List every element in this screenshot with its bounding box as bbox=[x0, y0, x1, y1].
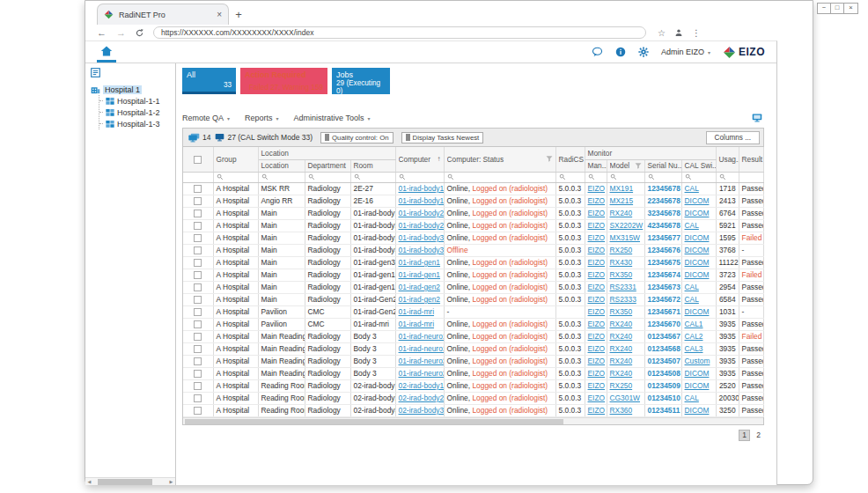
page-2[interactable]: 2 bbox=[753, 430, 764, 441]
manufacturer-link[interactable]: EIZO bbox=[588, 246, 606, 254]
row-checkbox[interactable] bbox=[183, 305, 213, 318]
tree-item-hospital-1-3[interactable]: Hospital-1-3 bbox=[99, 118, 175, 129]
browser-menu-icon[interactable]: ⋮ bbox=[692, 28, 701, 38]
user-menu[interactable]: Admin EIZO ▾ bbox=[661, 48, 710, 56]
scrollbar-thumb[interactable] bbox=[185, 419, 563, 424]
model-link[interactable]: SX2202W bbox=[610, 221, 644, 230]
sidebar-scrollbar[interactable]: ◀ ▶ bbox=[85, 477, 175, 485]
tree-item-hospital-1-2[interactable]: Hospital-1-2 bbox=[99, 107, 175, 118]
manufacturer-link[interactable]: EIZO bbox=[588, 295, 606, 304]
row-checkbox[interactable] bbox=[183, 342, 213, 355]
row-checkbox[interactable] bbox=[183, 269, 213, 281]
page-1[interactable]: 1 bbox=[739, 430, 750, 441]
summary-card-action-required[interactable]: Action RequiredFailed 27, Warning 159 bbox=[240, 68, 327, 94]
cal-switch-link[interactable]: DICOM bbox=[685, 209, 710, 217]
filter-funnel-icon[interactable] bbox=[546, 156, 553, 162]
computer-link[interactable]: 01-irad-body2 bbox=[399, 221, 445, 230]
manufacturer-link[interactable]: EIZO bbox=[588, 221, 606, 230]
computer-link[interactable]: 02-irad-body3 bbox=[399, 406, 445, 415]
cal-switch-link[interactable]: DICOM bbox=[685, 258, 710, 267]
settings-gear-icon[interactable] bbox=[638, 47, 649, 57]
model-link[interactable]: MX191 bbox=[610, 184, 634, 193]
select-all-checkbox[interactable] bbox=[183, 147, 213, 172]
manufacturer-link[interactable]: EIZO bbox=[588, 357, 606, 365]
summary-card-jobs[interactable]: Jobs29 (Executing 0) bbox=[332, 68, 390, 94]
cal-switch-link[interactable]: DICOM bbox=[685, 246, 710, 254]
cal-switch-link[interactable]: Custom bbox=[685, 357, 710, 365]
menu-remote-qa[interactable]: Remote QA▾ bbox=[182, 114, 230, 122]
computer-link[interactable]: 01-irad-mri bbox=[399, 320, 435, 328]
computer-link[interactable]: 01-irad-gen2 bbox=[399, 295, 441, 304]
model-link[interactable]: RX350 bbox=[610, 270, 633, 279]
row-checkbox[interactable] bbox=[183, 195, 213, 207]
computer-link[interactable]: 02-irad-body1 bbox=[399, 381, 445, 390]
cal-switch-link[interactable]: CAL bbox=[685, 394, 699, 402]
manufacturer-link[interactable]: EIZO bbox=[588, 369, 606, 378]
computer-link[interactable]: 01-irad-body3 bbox=[399, 233, 445, 242]
computer-link[interactable]: 01-irad-body2 bbox=[399, 209, 445, 217]
cal-switch-link[interactable]: CAL bbox=[685, 184, 699, 193]
browser-tab[interactable]: RadiNET Pro × bbox=[97, 4, 229, 25]
manufacturer-link[interactable]: EIZO bbox=[588, 320, 606, 328]
profile-icon[interactable] bbox=[674, 28, 683, 37]
chat-icon[interactable] bbox=[592, 47, 603, 57]
computer-link[interactable]: 01-irad-neuro2 bbox=[399, 357, 445, 365]
tab-close-icon[interactable]: × bbox=[217, 11, 222, 19]
computer-link[interactable]: 01-irad-neuro1 bbox=[399, 344, 445, 353]
cal-switch-link[interactable]: DICOM bbox=[685, 406, 710, 415]
filter-department-input[interactable] bbox=[305, 172, 350, 182]
row-checkbox[interactable] bbox=[183, 207, 213, 219]
row-checkbox[interactable] bbox=[183, 355, 213, 367]
menu-administrative-tools[interactable]: Administrative Tools▾ bbox=[294, 114, 371, 122]
row-checkbox[interactable] bbox=[183, 404, 213, 416]
filter-group-input[interactable] bbox=[213, 172, 258, 182]
scrollbar-thumb[interactable] bbox=[98, 479, 152, 485]
reload-icon[interactable] bbox=[136, 29, 143, 37]
manufacturer-link[interactable]: EIZO bbox=[588, 406, 606, 415]
filter-status-input[interactable] bbox=[444, 172, 555, 182]
scroll-left-icon[interactable]: ◀ bbox=[85, 479, 93, 484]
computer-link[interactable]: 01-irad-body1 bbox=[399, 184, 445, 193]
new-tab-button[interactable]: + bbox=[229, 8, 248, 25]
model-link[interactable]: RX240 bbox=[610, 357, 633, 365]
maximize-icon[interactable]: □ bbox=[831, 4, 844, 13]
cal-switch-link[interactable]: CAL3 bbox=[685, 344, 703, 353]
tree-item-hospital-1-1[interactable]: Hospital-1-1 bbox=[99, 95, 175, 107]
row-checkbox[interactable] bbox=[183, 293, 213, 305]
column-header-radics[interactable]: RadiCS ... bbox=[555, 147, 585, 172]
manufacturer-link[interactable]: EIZO bbox=[588, 233, 606, 242]
model-link[interactable]: RS2333 bbox=[610, 295, 636, 304]
model-link[interactable]: RX360 bbox=[610, 406, 633, 415]
bookmark-star-icon[interactable]: ☆ bbox=[658, 28, 666, 38]
column-header-cal-switch[interactable]: CAL Swi... bbox=[681, 159, 716, 172]
row-checkbox[interactable] bbox=[183, 367, 213, 379]
cal-switch-link[interactable]: DICOM bbox=[685, 307, 710, 316]
model-link[interactable]: RX250 bbox=[610, 381, 633, 390]
cal-switch-link[interactable]: CAL2 bbox=[685, 332, 703, 341]
cal-switch-link[interactable]: DICOM bbox=[685, 381, 710, 390]
url-field[interactable]: https://XXXXXX.com/XXXXXXXX/XXXX/index bbox=[153, 26, 646, 39]
row-checkbox[interactable] bbox=[183, 281, 213, 293]
column-header-computer[interactable]: Computer↑ bbox=[395, 147, 444, 172]
quality-control-badge[interactable]: Quality control: On bbox=[320, 132, 394, 143]
row-checkbox[interactable] bbox=[183, 232, 213, 244]
row-checkbox[interactable] bbox=[183, 318, 213, 330]
cal-switch-link[interactable]: CAL bbox=[685, 295, 699, 304]
model-link[interactable]: MX315W bbox=[610, 233, 640, 242]
computer-link[interactable]: 01-irad-body1 bbox=[399, 196, 445, 205]
filter-radics-input[interactable] bbox=[555, 172, 585, 182]
column-header-computer-status[interactable]: Computer: Status bbox=[444, 147, 555, 172]
computer-link[interactable]: 01-irad-mri bbox=[399, 307, 435, 316]
filter-manufacturer-input[interactable] bbox=[585, 172, 607, 182]
tree-item-hospital-1[interactable]: Hospital 1 bbox=[91, 85, 175, 94]
cal-switch-link[interactable]: CAL bbox=[685, 283, 699, 291]
home-button[interactable] bbox=[97, 41, 116, 63]
computer-link[interactable]: 01-irad-gen2 bbox=[399, 283, 441, 291]
forward-icon[interactable]: → bbox=[116, 28, 126, 38]
table-horizontal-scrollbar[interactable] bbox=[183, 417, 763, 424]
column-header-location[interactable]: Location bbox=[258, 159, 305, 172]
computer-link[interactable]: 01-irad-neuro1 bbox=[399, 332, 445, 341]
computer-link[interactable]: 01-irad-neuro2 bbox=[399, 369, 445, 378]
computer-link[interactable]: 02-irad-body2 bbox=[399, 394, 445, 402]
manufacturer-link[interactable]: EIZO bbox=[588, 394, 606, 402]
